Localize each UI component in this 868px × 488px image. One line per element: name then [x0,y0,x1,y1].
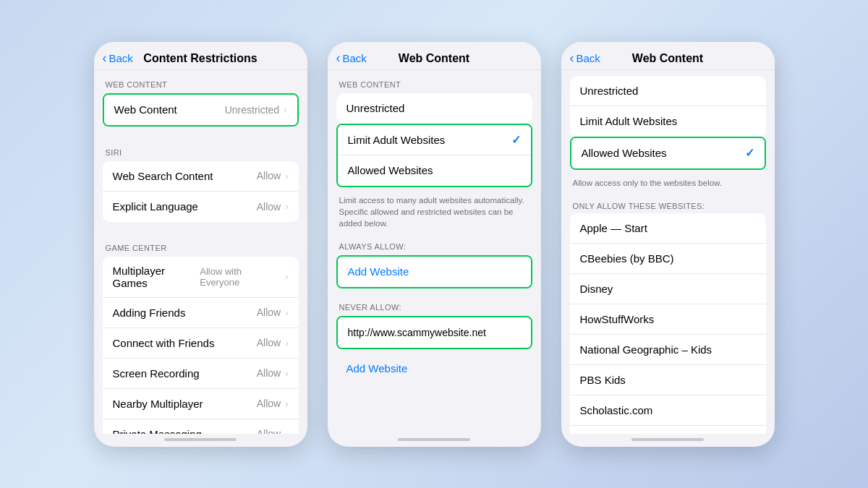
unrestricted-row[interactable]: Unrestricted [570,76,766,106]
chevron-icon: › [285,271,288,282]
limit-adult-row[interactable]: Limit Adult Websites ✓ [338,125,531,155]
disney-row[interactable]: Disney [570,274,766,304]
web-content-value: Unrestricted [225,104,279,116]
nearby-multiplayer-row[interactable]: Nearby Multiplayer Allow › [103,389,299,419]
screen2-back-button[interactable]: ‹ Back [336,51,367,66]
scammy-website-row: http://www.scammywebsite.net [338,317,531,348]
chevron-icon: › [285,307,288,318]
screen2-webcontent-group: Unrestricted [336,93,532,124]
siri-group: Web Search Content Allow › Explicit Lang… [103,161,299,222]
add-website-always-label[interactable]: Add Website [348,265,409,278]
back-arrow-icon: ‹ [336,51,341,66]
never-allow-green-box: http://www.scammywebsite.net [336,316,532,349]
adult-allowed-green-box: Limit Adult Websites ✓ Allowed Websites [336,124,532,187]
screen3-back-button[interactable]: ‹ Back [570,51,600,66]
apple-start-row[interactable]: Apple — Start [570,213,766,244]
chevron-icon: › [284,104,286,115]
scholastic-row[interactable]: Scholastic.com [570,395,766,426]
add-website-never-label[interactable]: Add Website [346,362,408,374]
unrestricted-row[interactable]: Unrestricted [336,93,532,124]
screen3-navbar: ‹ Back Web Content [561,42,775,70]
always-allow-green-box: Add Website [336,255,532,288]
allowed-websites-green-box: Allowed Websites ✓ [570,137,766,170]
smithsonian-row[interactable]: Smithsonian Institution [570,426,766,434]
screen3-hint: Allow access only to the websites below. [561,173,775,196]
screen3-title: Web Content [632,52,703,65]
never-allow-header: NEVER ALLOW: [328,297,541,314]
back-label: Back [576,52,600,64]
screen2-content: WEB CONTENT Unrestricted Limit Adult Web… [328,70,541,434]
screen2-web-content-header: WEB CONTENT [328,70,541,93]
allowed-websites-selected-row[interactable]: Allowed Websites ✓ [571,138,765,168]
web-content-label: Web Content [114,103,177,116]
screen1-content: WEB CONTENT Web Content Unrestricted › S… [94,70,307,434]
web-search-row[interactable]: Web Search Content Allow › [103,161,299,192]
private-messaging-row[interactable]: Private Messaging Allow › [103,419,299,434]
web-content-value-group: Unrestricted › [225,104,287,116]
game-center-section-header: GAME CENTER [94,234,307,257]
adding-friends-row[interactable]: Adding Friends Allow › [103,298,299,328]
game-center-group: Multiplayer Games Allow with Everyone › … [103,257,299,434]
screen3: ‹ Back Web Content Unrestricted Limit Ad… [561,42,775,447]
web-content-section-header: WEB CONTENT [94,70,307,93]
chevron-icon: › [285,368,288,379]
chevron-icon: › [285,338,288,348]
screen2-hint: Limit access to many adult websites auto… [328,190,541,236]
back-label: Back [343,52,367,64]
add-website-always-row[interactable]: Add Website [338,257,531,287]
chevron-icon: › [285,171,288,181]
only-allow-header: ONLY ALLOW THESE WEBSITES: [561,196,775,213]
explicit-language-row[interactable]: Explicit Language Allow › [103,192,299,222]
allowed-websites-row[interactable]: Allowed Websites [338,155,531,186]
chevron-icon: › [285,398,288,409]
allowed-websites-list: Apple — Start CBeebies (by BBC) Disney H… [570,213,766,434]
connect-with-friends-row[interactable]: Connect with Friends Allow › [103,328,299,359]
limit-adult-row[interactable]: Limit Adult Websites [570,106,766,137]
screen2-title: Web Content [399,52,469,65]
multiplayer-games-row[interactable]: Multiplayer Games Allow with Everyone › [103,257,299,298]
screen1-title: Content Restrictions [143,52,257,65]
back-label: Back [109,52,133,64]
cbeebies-row[interactable]: CBeebies (by BBC) [570,244,766,274]
never-allow-url: http://www.scammywebsite.net [348,327,486,338]
siri-section-header: SIRI [94,138,307,161]
check-icon: ✓ [745,146,754,160]
pbs-kids-row[interactable]: PBS Kids [570,365,766,395]
home-indicator [631,438,704,441]
home-indicator [164,438,237,441]
back-arrow-icon: ‹ [103,51,107,66]
screen1: ‹ Back Content Restrictions WEB CONTENT … [94,42,307,447]
chevron-icon: › [285,429,288,434]
screen1-back-button[interactable]: ‹ Back [103,51,133,66]
natgeo-kids-row[interactable]: National Geographic – Kids [570,335,766,365]
screen1-navbar: ‹ Back Content Restrictions [94,42,307,70]
home-indicator [398,438,470,441]
back-arrow-icon: ‹ [570,51,574,66]
web-content-green-box: Web Content Unrestricted › [103,93,299,127]
screen3-webcontent-group: Unrestricted Limit Adult Websites [570,76,766,137]
screen2-navbar: ‹ Back Web Content [328,42,541,70]
screen2: ‹ Back Web Content WEB CONTENT Unrestric… [328,42,541,447]
check-icon: ✓ [511,133,521,147]
screen-recording-row[interactable]: Screen Recording Allow › [103,359,299,389]
howstuffworks-row[interactable]: HowStuffWorks [570,304,766,335]
screen3-content: Unrestricted Limit Adult Websites Allowe… [561,70,775,434]
web-content-row[interactable]: Web Content Unrestricted › [104,95,297,125]
always-allow-header: ALWAYS ALLOW: [328,236,541,254]
chevron-icon: › [285,201,288,212]
add-website-never-container: Add Website [328,354,541,384]
